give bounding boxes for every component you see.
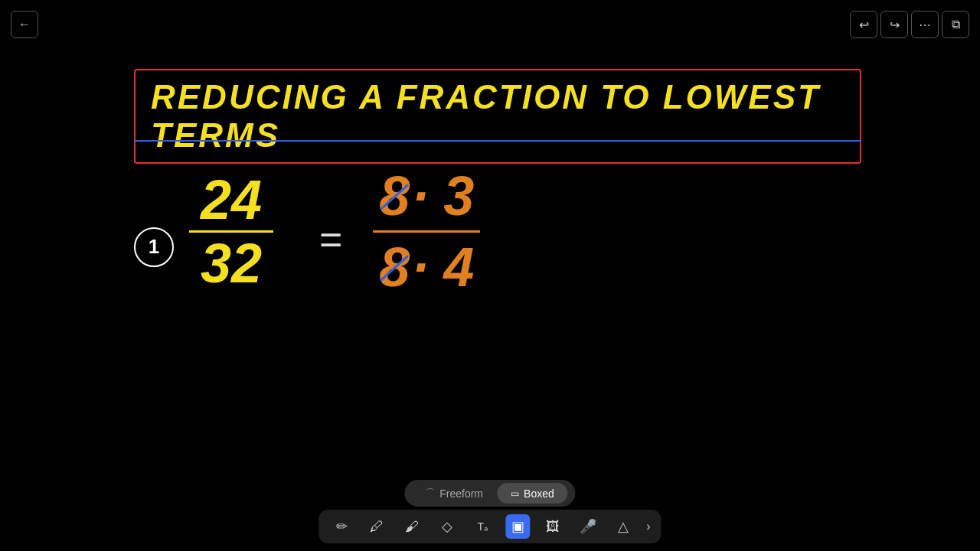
- image-tool[interactable]: 🖼: [541, 514, 565, 539]
- undo-button[interactable]: ↩: [850, 11, 877, 38]
- right-fraction: 8 · 3 8 · 4: [373, 165, 480, 298]
- math-content: 1 24 32 = 8 · 3 8 · 4: [134, 165, 480, 298]
- blue-divider-line: [134, 140, 861, 142]
- boxed-mode-button[interactable]: ▭ Boxed: [497, 483, 568, 504]
- more-tools-button[interactable]: ›: [646, 520, 650, 533]
- mode-selector: ⌒ Freeform ▭ Boxed: [404, 480, 576, 507]
- title-box: Reducing a Fraction to Lowest Terms: [134, 69, 861, 164]
- right-denominator: 8 · 4: [379, 236, 474, 298]
- boxed-icon: ▭: [511, 488, 519, 499]
- right-numerator: 8 · 3: [379, 165, 474, 227]
- back-icon: ←: [18, 18, 31, 31]
- audio-tool[interactable]: 🎤: [576, 514, 600, 539]
- title-text: Reducing a Fraction to Lowest Terms: [151, 78, 821, 154]
- redo-icon: ↪: [890, 18, 900, 32]
- tool-bar: ✏ 🖊 🖌 ◇ Tₐ ▣ 🖼 🎤 △ ›: [318, 510, 661, 543]
- eraser-tool[interactable]: ◇: [435, 514, 459, 539]
- freeform-icon: ⌒: [426, 487, 435, 500]
- toolbar-container: ⌒ Freeform ▭ Boxed ✏ 🖊 🖌 ◇ Tₐ ▣ 🖼 🎤 △ ›: [318, 480, 661, 543]
- right-num-dot-three: · 3: [413, 165, 474, 227]
- copy-button[interactable]: ⧉: [942, 11, 969, 38]
- right-den-eight: 8: [379, 236, 410, 298]
- select-tool[interactable]: ▣: [505, 514, 530, 539]
- title-container: Reducing a Fraction to Lowest Terms: [134, 69, 861, 164]
- text-tool[interactable]: Tₐ: [470, 514, 495, 539]
- copy-icon: ⧉: [952, 18, 960, 31]
- more-button[interactable]: ⋯: [911, 11, 939, 38]
- problem-number-circle: 1: [134, 227, 174, 267]
- marker-tool[interactable]: 🖌: [400, 514, 424, 539]
- numerator: 24: [201, 172, 262, 227]
- boxed-label: Boxed: [524, 487, 554, 500]
- right-den-dot-four: · 4: [413, 236, 474, 298]
- denominator: 32: [201, 236, 262, 291]
- more-icon: ⋯: [919, 18, 931, 32]
- redo-button[interactable]: ↪: [880, 11, 908, 38]
- freeform-label: Freeform: [439, 487, 483, 500]
- left-fraction: 24 32: [189, 172, 273, 291]
- freeform-mode-button[interactable]: ⌒ Freeform: [412, 483, 497, 504]
- problem-number: 1: [149, 235, 159, 259]
- right-num-eight: 8: [379, 165, 410, 227]
- pen-tool[interactable]: ✏: [329, 514, 354, 539]
- highlighter-tool[interactable]: 🖊: [364, 514, 389, 539]
- back-button[interactable]: ←: [11, 11, 38, 38]
- equals-sign: =: [319, 217, 342, 262]
- top-right-controls: ↩ ↪ ⋯ ⧉: [850, 11, 969, 38]
- right-fraction-bar: [373, 230, 480, 233]
- shapes-tool[interactable]: △: [611, 514, 635, 539]
- undo-icon: ↩: [859, 18, 869, 32]
